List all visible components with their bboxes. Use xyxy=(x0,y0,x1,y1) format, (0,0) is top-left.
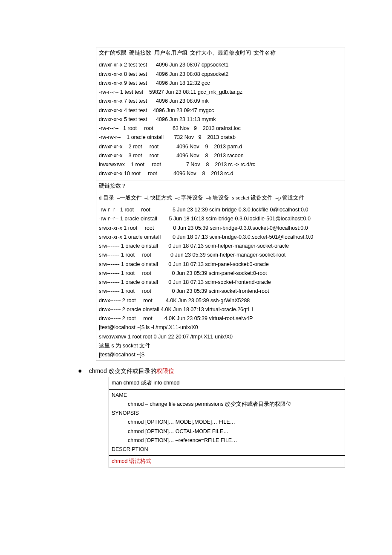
listing-block-1: drwxr-xr-x 2 test test 4096 Jun 23 08:07… xyxy=(96,59,345,180)
man-syn-3: chmod [OPTION]… –reference=RFILE FILE… xyxy=(112,436,342,445)
man-description-label: DESCRIPTION xyxy=(112,446,148,452)
chmod-heading-pre: chmod 改变文件或目录的 xyxy=(89,367,156,374)
file-listing-table: 文件的权限 硬链接数 用户名用户组 文件大小、最近修改时间 文件名称 drwxr… xyxy=(96,47,345,361)
chmod-syntax-text: chmod 语法格式 xyxy=(112,458,151,464)
listing-block-2: -rw-r--r-- 1 root root 5 Jun 23 12:39 sc… xyxy=(96,204,345,361)
bullet-icon: ● xyxy=(78,367,82,374)
chmod-heading: chmod 改变文件或目录的权限位 xyxy=(89,367,174,375)
legend-text: d-目录 –一般文件 –l 快捷方式 –c 字符设备 –b 块设备 s-sock… xyxy=(99,195,304,201)
man-cmd-row: man chmod 或者 info chmod xyxy=(109,377,345,389)
man-body-row: NAME chmod – change file access permissi… xyxy=(109,389,345,456)
man-name-text: chmod – change file access permissions 改… xyxy=(112,400,342,409)
header-row: 文件的权限 硬链接数 用户名用户组 文件大小、最近修改时间 文件名称 xyxy=(96,47,345,59)
hardlink-question: 硬链接数？ xyxy=(96,180,345,192)
hardlink-text: 硬链接数？ xyxy=(99,183,127,189)
chmod-man-table: man chmod 或者 info chmod NAME chmod – cha… xyxy=(109,377,345,468)
man-syn-1: chmod [OPTION]… MODE[,MODE]… FILE… xyxy=(112,418,342,427)
chmod-syntax-row: chmod 语法格式 xyxy=(109,456,345,468)
man-synopsis-label: SYNOPSIS xyxy=(112,410,139,416)
filetype-legend: d-目录 –一般文件 –l 快捷方式 –c 字符设备 –b 块设备 s-sock… xyxy=(96,192,345,204)
man-name-label: NAME xyxy=(112,392,127,398)
header-text: 文件的权限 硬链接数 用户名用户组 文件大小、最近修改时间 文件名称 xyxy=(99,50,276,56)
chmod-heading-red: 权限位 xyxy=(156,367,174,374)
chmod-bullet-row: ● chmod 改变文件或目录的权限位 xyxy=(78,367,352,375)
man-syn-2: chmod [OPTION]… OCTAL-MODE FILE… xyxy=(112,427,342,436)
